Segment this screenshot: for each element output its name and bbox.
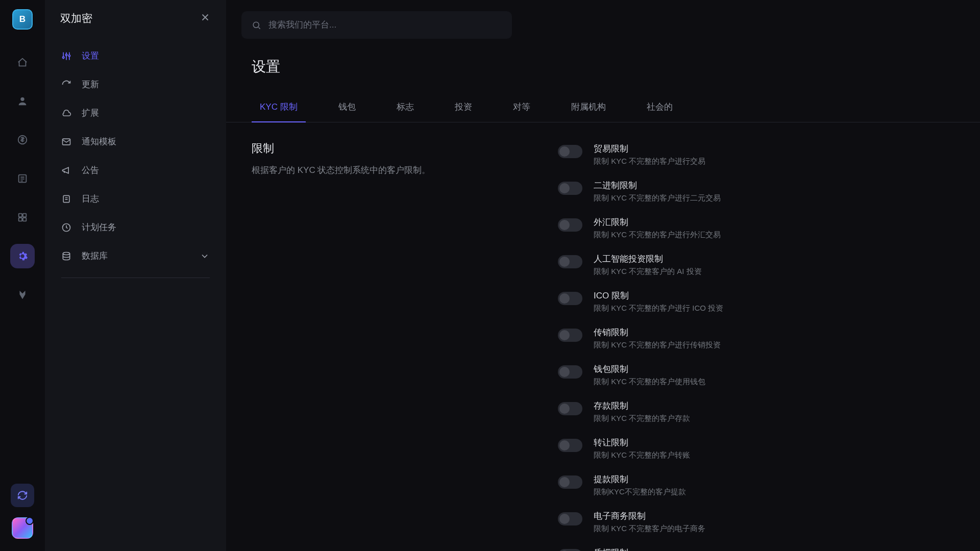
svg-point-8 — [65, 54, 67, 56]
restriction-title: 外汇限制 — [594, 216, 721, 228]
toggle-switch[interactable] — [558, 549, 582, 551]
app-logo[interactable]: B — [12, 9, 33, 30]
restriction-subtitle: 限制 KYC 不完整客户的电子商务 — [594, 524, 705, 534]
toggle-switch[interactable] — [558, 329, 582, 342]
sidebar-item-label: 更新 — [82, 79, 99, 90]
svg-point-0 — [20, 97, 24, 101]
sidebar: 双加密 设置 更新 扩展 通知模板 公 — [45, 0, 226, 551]
rail-theme-icon[interactable] — [10, 283, 35, 307]
sidebar-item-update[interactable]: 更新 — [54, 70, 217, 99]
svg-point-9 — [68, 55, 70, 57]
restriction-title: 质押限制 — [594, 547, 698, 551]
sidebar-item-extensions[interactable]: 扩展 — [54, 99, 217, 128]
close-icon[interactable] — [200, 12, 211, 26]
rail-sync-icon[interactable] — [11, 484, 34, 507]
sidebar-item-label: 数据库 — [82, 251, 108, 262]
toggle-switch[interactable] — [558, 512, 582, 525]
sidebar-item-label: 设置 — [82, 51, 99, 62]
chevron-down-icon — [200, 251, 210, 261]
toggle-switch[interactable] — [558, 145, 582, 158]
toggle-switch[interactable] — [558, 402, 582, 415]
toggle-switch[interactable] — [558, 292, 582, 305]
restriction-subtitle: 限制 KYC 不完整的客户进行传销投资 — [594, 340, 721, 350]
sidebar-item-label: 计划任务 — [82, 222, 116, 233]
sidebar-item-label: 日志 — [82, 193, 99, 205]
svg-rect-4 — [23, 214, 26, 217]
restriction-title: ICO 限制 — [594, 290, 723, 302]
sidebar-item-settings[interactable]: 设置 — [54, 42, 217, 70]
rail-settings-icon[interactable] — [10, 244, 35, 268]
restriction-subtitle: 限制 KYC 不完整的客户进行外汇交易 — [594, 230, 721, 240]
page-title: 设置 — [226, 39, 980, 77]
tab-flags[interactable]: 标志 — [388, 101, 422, 122]
toggle-switch[interactable] — [558, 218, 582, 232]
svg-rect-3 — [19, 214, 22, 217]
restriction-subtitle: 限制 KYC 不完整客户的 AI 投资 — [594, 267, 702, 277]
sidebar-item-announcements[interactable]: 公告 — [54, 156, 217, 185]
restriction-row: 电子商务限制限制 KYC 不完整客户的电子商务 — [558, 510, 949, 534]
sidebar-item-database[interactable]: 数据库 — [54, 242, 217, 270]
sidebar-item-logs[interactable]: 日志 — [54, 185, 217, 213]
sidebar-item-scheduled[interactable]: 计划任务 — [54, 213, 217, 242]
restriction-row: 提款限制限制KYC不完整的客户提款 — [558, 473, 949, 497]
restriction-row: 存款限制限制 KYC 不完整的客户存款 — [558, 400, 949, 423]
cloud-icon — [61, 108, 71, 118]
restriction-row: 贸易限制限制 KYC 不完整的客户进行交易 — [558, 143, 949, 166]
restriction-title: 贸易限制 — [594, 143, 705, 155]
rail-currency-icon[interactable] — [10, 128, 35, 152]
toggle-switch[interactable] — [558, 182, 582, 195]
main-content: 设置 KYC 限制 钱包 标志 投资 对等 附属机构 社会的 限制 根据客户的 … — [226, 0, 980, 551]
toggle-switch[interactable] — [558, 255, 582, 268]
note-icon — [61, 194, 71, 204]
restriction-subtitle: 限制 KYC 不完整的客户存款 — [594, 414, 690, 423]
tabs: KYC 限制 钱包 标志 投资 对等 附属机构 社会的 — [226, 77, 980, 122]
restriction-subtitle: 限制 KYC 不完整的客户使用钱包 — [594, 377, 705, 387]
toggle-switch[interactable] — [558, 439, 582, 452]
toggle-switch[interactable] — [558, 475, 582, 489]
search-input[interactable] — [268, 20, 502, 30]
restriction-subtitle: 限制 KYC 不完整的客户进行 ICO 投资 — [594, 304, 723, 313]
megaphone-icon — [61, 165, 71, 176]
tab-wallet[interactable]: 钱包 — [330, 101, 364, 122]
section-description: 限制 根据客户的 KYC 状态控制系统中的客户限制。 — [252, 141, 527, 551]
toggle-switch[interactable] — [558, 365, 582, 379]
restriction-title: 钱包限制 — [594, 363, 705, 375]
restriction-subtitle: 限制KYC不完整的客户提款 — [594, 487, 686, 497]
rail-news-icon[interactable] — [10, 166, 35, 191]
sidebar-item-notifications[interactable]: 通知模板 — [54, 128, 217, 156]
restriction-row: 转让限制限制 KYC 不完整的客户转账 — [558, 437, 949, 460]
refresh-icon — [61, 80, 71, 90]
database-icon — [61, 251, 71, 261]
tab-kyc[interactable]: KYC 限制 — [252, 101, 306, 122]
divider — [61, 278, 210, 278]
svg-point-13 — [63, 253, 69, 255]
restriction-row: 钱包限制限制 KYC 不完整的客户使用钱包 — [558, 363, 949, 387]
tab-social[interactable]: 社会的 — [639, 101, 681, 122]
section-text: 根据客户的 KYC 状态控制系统中的客户限制。 — [252, 163, 527, 177]
tab-invest[interactable]: 投资 — [447, 101, 480, 122]
restriction-title: 转让限制 — [594, 437, 690, 448]
restriction-title: 提款限制 — [594, 473, 686, 485]
tab-p2p[interactable]: 对等 — [505, 101, 538, 122]
sidebar-item-label: 扩展 — [82, 108, 99, 119]
sliders-icon — [61, 51, 71, 61]
restriction-title: 人工智能投资限制 — [594, 253, 702, 265]
icon-rail: B — [0, 0, 45, 551]
restriction-row: 二进制限制限制 KYC 不完整的客户进行二元交易 — [558, 180, 949, 203]
restriction-subtitle: 限制 KYC 不完整的客户进行二元交易 — [594, 193, 721, 203]
search-box[interactable] — [241, 11, 512, 39]
search-icon — [252, 20, 261, 30]
sidebar-item-label: 公告 — [82, 165, 99, 176]
tab-affiliates[interactable]: 附属机构 — [563, 101, 614, 122]
clock-icon — [61, 222, 71, 233]
rail-apps-icon[interactable] — [10, 205, 35, 230]
restrictions-list: 贸易限制限制 KYC 不完整的客户进行交易二进制限制限制 KYC 不完整的客户进… — [558, 141, 949, 551]
restriction-row: ICO 限制限制 KYC 不完整的客户进行 ICO 投资 — [558, 290, 949, 313]
restriction-title: 二进制限制 — [594, 180, 721, 191]
section-title: 限制 — [252, 141, 527, 156]
restriction-row: 外汇限制限制 KYC 不完整的客户进行外汇交易 — [558, 216, 949, 240]
restriction-row: 人工智能投资限制限制 KYC 不完整客户的 AI 投资 — [558, 253, 949, 277]
rail-home-icon[interactable] — [10, 50, 35, 74]
rail-user-icon[interactable] — [10, 89, 35, 113]
user-avatar[interactable] — [12, 517, 33, 539]
